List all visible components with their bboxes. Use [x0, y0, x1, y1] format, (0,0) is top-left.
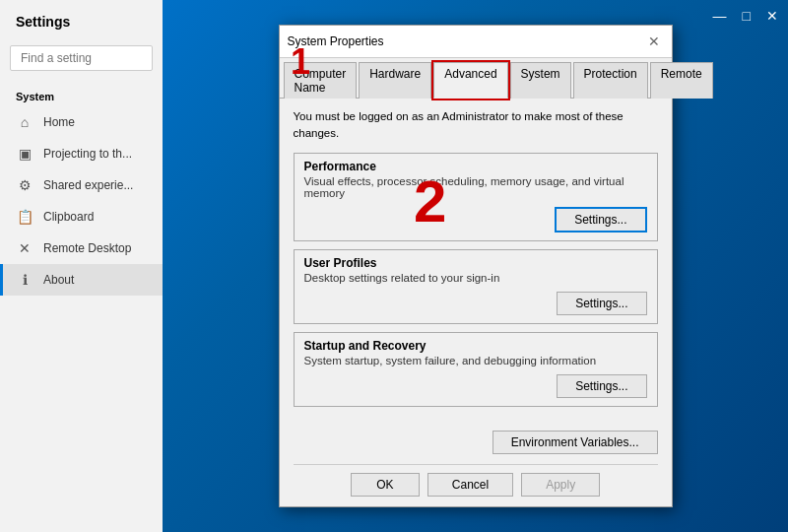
sidebar-item-shared-label: Shared experie... — [43, 178, 133, 192]
performance-settings-button[interactable]: Settings... — [555, 207, 646, 233]
sidebar-item-remote-label: Remote Desktop — [43, 241, 131, 255]
apply-button[interactable]: Apply — [521, 473, 600, 497]
tab-protection[interactable]: Protection — [573, 62, 648, 99]
dialog-tabs: Computer Name Hardware Advanced System P… — [280, 58, 672, 99]
settings-sidebar: Settings System ⌂ Home ▣ Projecting to t… — [0, 0, 163, 532]
system-section-label: System — [0, 83, 163, 106]
clipboard-icon: 📋 — [16, 209, 33, 225]
dialog-title: System Properties — [288, 34, 384, 48]
sidebar-item-about[interactable]: ℹ About — [0, 264, 163, 296]
tab-system[interactable]: System — [510, 62, 571, 99]
cancel-button[interactable]: Cancel — [427, 473, 513, 497]
dialog-close-button[interactable]: ✕ — [644, 32, 664, 51]
home-icon: ⌂ — [16, 114, 33, 130]
sidebar-item-home[interactable]: ⌂ Home — [0, 106, 163, 138]
user-profiles-desc: Desktop settings related to your sign-in — [304, 272, 647, 284]
startup-recovery-section: Startup and Recovery System startup, sys… — [294, 332, 658, 407]
shared-icon: ⚙ — [16, 177, 33, 193]
startup-recovery-settings-button[interactable]: Settings... — [557, 374, 646, 398]
tab-hardware[interactable]: Hardware — [359, 62, 431, 99]
sidebar-item-shared[interactable]: ⚙ Shared experie... — [0, 169, 163, 201]
startup-recovery-title: Startup and Recovery — [304, 339, 647, 353]
tab-hardware-label: Hardware — [369, 67, 421, 81]
dialog-overlay: System Properties ✕ Computer Name Hardwa… — [163, 0, 788, 532]
environment-variables-button[interactable]: Environment Variables... — [492, 431, 658, 454]
tab-system-label: System — [521, 67, 560, 81]
tab-remote[interactable]: Remote — [650, 62, 713, 99]
sidebar-item-remote[interactable]: ✕ Remote Desktop — [0, 233, 163, 264]
admin-notice: You must be logged on as an Administrato… — [294, 108, 658, 140]
user-profiles-title: User Profiles — [304, 256, 647, 270]
sidebar-item-projecting[interactable]: ▣ Projecting to th... — [0, 138, 163, 169]
dialog-titlebar: System Properties ✕ — [280, 26, 672, 58]
system-properties-dialog: System Properties ✕ Computer Name Hardwa… — [279, 25, 673, 506]
user-profiles-section: User Profiles Desktop settings related t… — [294, 249, 658, 324]
sidebar-item-clipboard[interactable]: 📋 Clipboard — [0, 201, 163, 233]
startup-recovery-desc: System startup, system failure, and debu… — [304, 355, 647, 366]
sidebar-item-about-label: About — [43, 273, 74, 287]
tab-computer-name-label: Computer Name — [295, 67, 347, 95]
dialog-footer: OK Cancel Apply — [294, 464, 658, 497]
settings-search-input[interactable] — [10, 45, 153, 71]
settings-title: Settings — [0, 0, 163, 39]
sidebar-item-home-label: Home — [43, 115, 75, 129]
dialog-bottom: Environment Variables... OK Cancel Apply — [280, 425, 672, 506]
remote-icon: ✕ — [16, 240, 33, 256]
about-icon: ℹ — [16, 272, 33, 288]
performance-desc: Visual effects, processor scheduling, me… — [304, 175, 647, 199]
tab-remote-label: Remote — [661, 67, 702, 81]
tab-protection-label: Protection — [584, 67, 637, 81]
performance-title: Performance — [304, 160, 647, 173]
sidebar-item-projecting-label: Projecting to th... — [43, 147, 132, 161]
sidebar-item-clipboard-label: Clipboard — [43, 210, 94, 224]
tab-advanced-label: Advanced — [444, 67, 496, 81]
dialog-content: You must be logged on as an Administrato… — [280, 99, 672, 424]
performance-section: Performance Visual effects, processor sc… — [294, 153, 658, 241]
projecting-icon: ▣ — [16, 146, 33, 162]
ok-button[interactable]: OK — [351, 473, 420, 497]
tab-advanced[interactable]: Advanced — [433, 62, 507, 99]
user-profiles-settings-button[interactable]: Settings... — [557, 292, 646, 315]
tab-computer-name[interactable]: Computer Name — [284, 62, 358, 99]
